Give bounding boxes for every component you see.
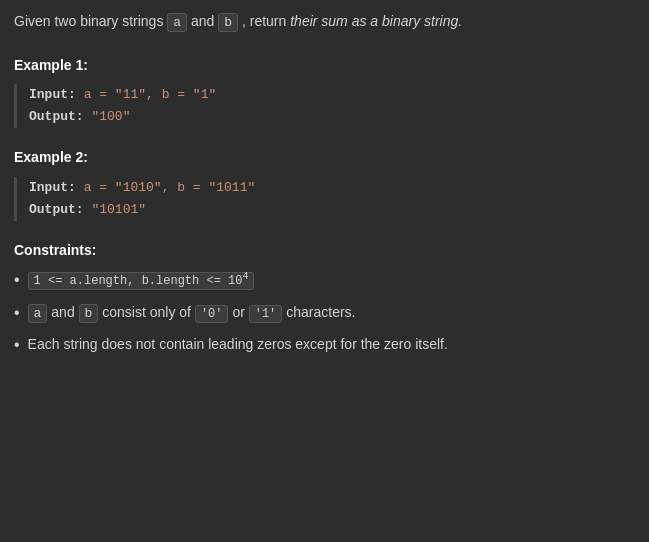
example-2-section: Example 2: Input: a = "1010", b = "1011"… — [14, 146, 635, 221]
bullet-1: • — [14, 269, 20, 291]
bullet-3: • — [14, 334, 20, 356]
intro-suffix-italic: their sum as a binary string. — [290, 13, 462, 29]
example-2-block: Input: a = "1010", b = "1011" Output: "1… — [14, 177, 635, 221]
example-2-output-value: "10101" — [91, 202, 146, 217]
constraint-1-code: 1 <= a.length, b.length <= 104 — [28, 272, 255, 290]
constraints-section: Constraints: • 1 <= a.length, b.length <… — [14, 239, 635, 357]
constraint-item-3: • Each string does not contain leading z… — [14, 334, 635, 356]
constraint-2-code2: '1' — [249, 305, 283, 323]
var-a-inline: a — [167, 13, 187, 32]
constraint-2-var-a: a — [28, 304, 48, 323]
intro-suffix-pre: , return — [242, 13, 286, 29]
example-1-input-label: Input: — [29, 87, 76, 102]
constraint-3-text: Each string does not contain leading zer… — [28, 334, 448, 355]
constraint-2-and: and — [51, 304, 78, 320]
constraint-item-1: • 1 <= a.length, b.length <= 104 — [14, 269, 635, 291]
example-2-title: Example 2: — [14, 146, 635, 168]
bullet-2: • — [14, 302, 20, 324]
example-1-title: Example 1: — [14, 54, 635, 76]
example-2-output: Output: "10101" — [29, 199, 635, 221]
example-1-output-label: Output: — [29, 109, 84, 124]
var-b-inline: b — [218, 13, 238, 32]
example-1-input-value: a = "11", b = "1" — [84, 87, 217, 102]
constraint-item-2: • a and b consist only of '0' or '1' cha… — [14, 302, 635, 324]
example-1-section: Example 1: Input: a = "11", b = "1" Outp… — [14, 54, 635, 129]
example-2-input-label: Input: — [29, 180, 76, 195]
constraint-2-var-b: b — [79, 304, 99, 323]
problem-description: Given two binary strings a and b , retur… — [14, 10, 635, 357]
example-1-block: Input: a = "11", b = "1" Output: "100" — [14, 84, 635, 128]
constraint-2-text1: consist only of — [102, 304, 195, 320]
example-1-input: Input: a = "11", b = "1" — [29, 84, 635, 106]
example-1-output: Output: "100" — [29, 106, 635, 128]
intro-prefix: Given two binary strings — [14, 13, 163, 29]
constraint-2-text2: characters. — [286, 304, 355, 320]
constraints-title: Constraints: — [14, 239, 635, 261]
intro-and: and — [191, 13, 214, 29]
constraints-list: • 1 <= a.length, b.length <= 104 • a and… — [14, 269, 635, 356]
constraint-2-code1: '0' — [195, 305, 229, 323]
constraint-2-or: or — [232, 304, 248, 320]
example-2-input-value: a = "1010", b = "1011" — [84, 180, 256, 195]
example-2-input: Input: a = "1010", b = "1011" — [29, 177, 635, 199]
example-2-output-label: Output: — [29, 202, 84, 217]
intro-line: Given two binary strings a and b , retur… — [14, 10, 635, 34]
example-1-output-value: "100" — [91, 109, 130, 124]
